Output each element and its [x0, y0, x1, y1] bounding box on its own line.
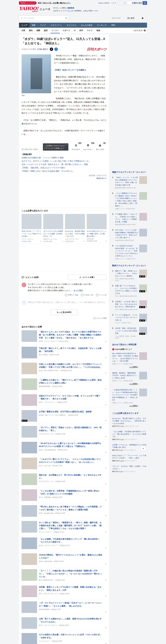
- ranking-item-title[interactable]: ウィリアム英皇太子、コパカバーナビーチでビーチバレーを楽しむ: [115, 314, 137, 321]
- paid-article-item[interactable]: Mrs. GREEN APPLE若井滉斗＆NiziU・NINA「午前2時までの密…: [112, 351, 147, 370]
- list-item[interactable]: 『呼び出し先生タナカ』終了報道で「クイズ番組化」への不満再燃…ゴールデン進出後に…: [22, 503, 107, 519]
- share-x-button[interactable]: X: [50, 48, 53, 51]
- dismiss-icon[interactable]: ✕: [104, 372, 107, 374]
- related-article-link[interactable]: 元ＷｉｎｋがソフトＡＶ出演「借金するより、裸一貫で稼いだ方がいい」識者: [22, 163, 107, 166]
- dismiss-icon[interactable]: ✕: [104, 595, 107, 597]
- ranking-item[interactable]: 3クマ駆除に相次ぐ「かわいそう」…宇多田ヒカルが漏らしていた「人間にとって脅威の…: [112, 211, 147, 227]
- dismiss-icon[interactable]: ✕: [104, 611, 107, 613]
- dismiss-icon[interactable]: ✕: [104, 547, 107, 549]
- related-article-link[interactable]: 元グラドル、AVデビューを報告「いっぱい悩んで迷って考えて時間はかかった」: [22, 159, 107, 163]
- reco-item-title[interactable]: 本当に出るの！？「アメトーーク」にレア過ぎゲストが出演へ 「相方」も驚き: [112, 454, 146, 459]
- sidebar-reco-item[interactable]: 「さんま御殿」で出演者が途中退席のハプニング 隣に座る武井壮へ「もうそろそろ限界…: [112, 429, 147, 442]
- list-item[interactable]: 「脱力タイムズ」ホンマのアホ説w 久々ＴＶに現れた学歴不詳の７６歳「おバカ選手権…: [22, 328, 107, 345]
- reco-item-title[interactable]: コロッケ ものまね「規制」が話題に「やめられない」: [112, 465, 146, 470]
- category-tab-スポーツ[interactable]: スポーツ: [61, 28, 72, 33]
- ranking-item-title[interactable]: 《ミセス事務所がグラドルとの二股認定》NiziU・NINAがミセス若井の高級マン…: [115, 192, 137, 207]
- ranking-item[interactable]: 52025年「新語・流行語大賞」 ノミネートされた30の言葉を発表テレビ朝日系（…: [112, 326, 147, 340]
- card-title[interactable]: ものまね芸人のディナーショー価格に絶句 さや香・新山が憤り…: [87, 230, 107, 238]
- category-tab-国際[interactable]: 国際: [35, 28, 42, 33]
- dismiss-icon[interactable]: ✕: [104, 388, 107, 390]
- category-tab-地域[interactable]: 地域: [95, 28, 102, 33]
- related-article-link[interactable]: 36歳芸人の33歳芸人妻、ノーパンで濃厚キス披露: [22, 156, 107, 159]
- list-item[interactable]: 本田翼 愛用ストッキングでの秋コーデ披露、美脚に注目集まる「足キレイ」「脚長に見…: [22, 584, 107, 599]
- photo-caption[interactable]: TBS: [22, 94, 51, 97]
- dismiss-icon[interactable]: ✕: [105, 240, 107, 242]
- reco-item-title[interactable]: 「さんま御殿」で出演者が途中退席のハプニング 隣に座る武井壮へ「もうそろそろ限界…: [112, 430, 146, 438]
- checkbox-icon[interactable]: [94, 317, 96, 319]
- list-item-title[interactable]: 千鳥大悟「酒のツマミ」終了ＶＴＲの怖さ 元放送作家「ポイントは冒頭」「前代未聞」: [39, 347, 102, 352]
- list-item[interactable]: 博多大吉 AIが間違えた!? 同じ年の人気俳優に「よく言われるんですよ」スポニチ…: [22, 472, 107, 487]
- list-item-title[interactable]: 「上層部を入れ替えろ」『酒のツマミ』終了で視聴者からも賛否、粗品が明かしたフジ上…: [39, 379, 102, 384]
- list-comment-count[interactable]: 117: [39, 545, 44, 546]
- ranking-item[interactable]: 5ミセス若井滉斗＆NiziU・NINAの熱愛、きっかけは「対バンライブ」だった！…: [112, 243, 147, 262]
- list-item-title[interactable]: AKB48小栗有以、“歴代アイドル3人ユニット”を選出 最後の1人に指名したのは…: [39, 554, 102, 559]
- ranking-item-title[interactable]: 2025年「新語・流行語大賞」 ノミネートされた30の言葉を発表: [115, 327, 139, 334]
- dismiss-icon[interactable]: ✕: [104, 531, 107, 533]
- sidebar-reco-item[interactable]: 本当に出るの！？「アメトーーク」にレア過ぎゲストが出演へ 「相方」も驚き204リ…: [112, 453, 147, 464]
- article-photo[interactable]: TBS: [22, 54, 51, 97]
- comment-item[interactable]: キレ芸ツッコミが売りなはずなのにキレてる時にどこか哀愁を感じられて良い 今までの…: [22, 282, 107, 296]
- reaction-新しい視点[interactable]: 6新しい視点: [96, 144, 104, 150]
- nav-tab-エキスパート[interactable]: エキスパート: [48, 23, 64, 28]
- list-item-title[interactable]: 伝説のグラビアクイーン・かとうれいこ56歳、オフショルダーで魅了「最高です」 美…: [39, 395, 100, 400]
- list-comment-count[interactable]: 17: [39, 465, 43, 467]
- also-read-card[interactable]: みなみかわ 実は裏で揉めていた芸人 やす子が暴露「かなりの…スポニチアネックス1…: [65, 214, 85, 242]
- settings-gear-button[interactable]: [138, 15, 147, 21]
- list-item-title[interactable]: モデル体型の人気女優、大胆ドレスショットに反響「スタイル良すぎ」「女神すぎる」: [39, 634, 102, 638]
- dismiss-icon[interactable]: ✕: [104, 451, 107, 454]
- ranking-item-title[interactable]: 柴咲コウ「週3、4回食べちゃって腹がパンパン」 やめられないストレス解消法: [115, 270, 137, 277]
- yahoo-shopping-badge[interactable]: Yahoo!ショッピング: [19, 2, 37, 5]
- list-item[interactable]: 「さんま御殿」で出演者が途中退席のハプニング 隣に座る武井壮へ「もうそろそろ限界…: [22, 536, 107, 551]
- ranking-item[interactable]: 2《ミセス事務所がグラドルとの二股認定》NiziU・NINAがミセス若井の高級マ…: [112, 190, 147, 211]
- list-item[interactable]: ＜ザ・ロイヤルファミリー＞第5話「日本ダービー」に“ダービージョッキー”登場へ……: [22, 599, 107, 615]
- list-item-title[interactable]: 本田翼 愛用ストッキングでの秋コーデ披露、美脚に注目集まる「足キレイ」「脚長に見…: [39, 586, 102, 591]
- comment-count-link[interactable]: 68: [37, 48, 42, 50]
- category-tab-国内[interactable]: 国内: [27, 28, 35, 33]
- list-item-title[interactable]: 大悟「笑うてる場合やない」と真顔 楽屋でのまさかの出来事を明かす「そらそうなるわ…: [39, 618, 102, 623]
- dismiss-icon[interactable]: ✕: [104, 467, 107, 469]
- list-item[interactable]: 「上層部を入れ替えろ」『酒のツマミ』終了で視聴者からも賛否、粗品が明かしたフジ上…: [22, 376, 107, 392]
- dismiss-icon[interactable]: ✕: [104, 436, 107, 438]
- list-item[interactable]: 千鳥大悟「酒のツマミ」終了ＶＴＲの怖さ 元放送作家「ポイントは冒頭」「前代未聞」…: [22, 345, 107, 360]
- keyword-search-input[interactable]: キーワードを入力: [19, 16, 69, 21]
- ranking-item[interactable]: 4ウィリアム英皇太子、コパカバーナビーチでビーチバレーを楽しむロイター 11/5…: [112, 312, 147, 326]
- list-comment-count[interactable]: 53: [39, 449, 43, 451]
- yahoo-news-logo[interactable]: YAHOO! JAPAN ニュース: [19, 6, 51, 11]
- ranking-item-title[interactable]: ミセス若井滉斗＆NiziU・NINAの熱愛、きっかけは「対バンライブ」だった！「…: [115, 245, 138, 257]
- ranking-item-title[interactable]: 山田孝之 ヒゲを長く蓄えて登場「きょうのためなわけがありません」理由を明かす: [115, 300, 137, 308]
- nav-tab-みんなの意見[interactable]: みんなの意見: [78, 23, 95, 28]
- paid-article-item[interactable]: 《小泉進次郎防衛相も仰天！》ドン・キホーテ安田隆夫会長が滝川クリステル“パートナ…: [112, 387, 147, 409]
- paid-item-title[interactable]: 城内実・経財相が「事務所家賃720万円」を自分に還流させていた【先出し全文】: [112, 372, 137, 379]
- list-item-title[interactable]: 「さんま御殿」で出演者が途中退席のハプニング 隣に座る武井壮へ「もうそろそろ限界…: [39, 538, 100, 543]
- also-read-card[interactable]: 本当に出るの！？「アメトーーク」にレア過ぎゲストが出演へ …デイリースポーツ11…: [22, 214, 42, 242]
- related-article-link[interactable]: 【写真】「隠れ巨乳」女芸人セクシーＤＶＤで露出: [22, 166, 107, 169]
- list-comment-count[interactable]: 6: [39, 593, 42, 594]
- dismiss-icon[interactable]: ✕: [84, 240, 85, 242]
- register-link[interactable]: 新規取得: [67, 7, 74, 9]
- comment-item-faded[interactable]: 高野はまだ手探り感があるけど、企画にちゃんと取り組むし、キレた後の嫌味がない気が…: [22, 298, 107, 308]
- list-item[interactable]: 伝説のグラビアクイーン・かとうれいこ56歳、オフショルダーで魅了「最高です」 美…: [22, 392, 107, 408]
- list-item-title[interactable]: お手柄！警察犬を表彰 行方不明の11歳男児を発見 港南署: [39, 410, 92, 413]
- list-comment-count[interactable]: 71: [39, 496, 43, 498]
- shopping-promo-link[interactable]: 本日「5のつく日」のお買い物がおトク！: [38, 2, 71, 4]
- web-search[interactable]: ウェブ検索 ↑広瀬叔功 南海: [118, 1, 147, 5]
- list-item[interactable]: 「メンタル強すぎ」永野芽郁 不倫疑惑後のカレンダー発売に寄せた「20字」の“強気…: [22, 487, 107, 503]
- paid-item-title[interactable]: 《小泉進次郎防衛相も仰天！》ドン・キホーテ安田隆夫会長が滝川クリステル“パートナ…: [112, 389, 138, 401]
- login-link[interactable]: ログイン: [53, 10, 60, 12]
- write-comment-button[interactable]: コメントを書く: [68, 274, 107, 280]
- reaction-学びがある[interactable]: 18学びがある: [72, 144, 80, 150]
- list-item[interactable]: AKB48小栗有以、“歴代アイドル3人ユニット”を選出 最後の1人に指名したのは…: [22, 551, 107, 567]
- ranking-item[interactable]: 1『NiziU』メンバー、ミセス若井との熱愛発覚でグループに大ダメージ「罪深い行…: [112, 175, 147, 190]
- ranking-item[interactable]: 1柴咲コウ「週3、4回食べちゃって腹がパンパン」 やめられないストレス解消法日テ…: [112, 268, 147, 283]
- nav-tab-速報[interactable]: 速報: [30, 23, 38, 28]
- related-article-link[interactable]: 【写真】二階堂ふみが一糸まとわぬ姿を撮影「さらけ出した」: [22, 169, 107, 173]
- list-comment-count[interactable]: 23: [39, 370, 43, 372]
- comment-reaction-共感した[interactable]: 共感した153: [65, 294, 78, 297]
- list-item-title[interactable]: 「これまでで一番ヤバいアイテム」 ドジャース山本由伸が着た“ナイキのジャケット”…: [39, 458, 101, 463]
- list-item[interactable]: 引退した人気女優との結婚から10年…セレモニーでの花束オフショットが話題に「旦那…: [22, 360, 107, 376]
- list-item-title[interactable]: 「えー！！！」33歳お笑い芸人が突如の引退発表「順調の真っ只中で…」「大切にした…: [39, 570, 102, 578]
- list-item[interactable]: 「えー！！！」33歳お笑い芸人が突如の引退発表「順調の真っ只中で…」「大切にした…: [22, 567, 107, 584]
- card-title[interactable]: 本当に出るの！？「アメトーーク」にレア過ぎゲストが出演へ …: [22, 230, 42, 238]
- topics-list-link[interactable]: トピックス一覧: [133, 29, 146, 32]
- reco-item-title[interactable]: みなみかわ 実は裏で揉めていた芸人 やす子が暴露「かなりのもん」 当時を振り返っ…: [112, 418, 146, 424]
